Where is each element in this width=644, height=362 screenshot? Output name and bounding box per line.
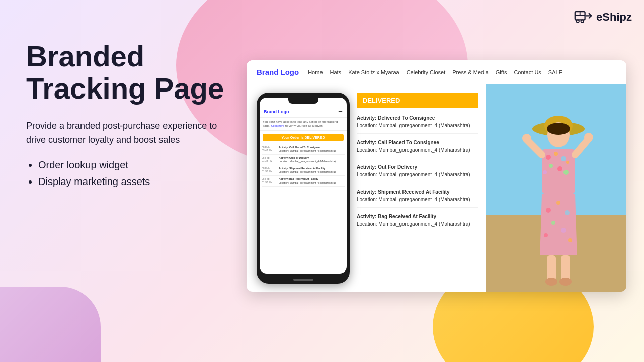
model-image (486, 84, 626, 292)
eshipz-logo: eShipz (574, 8, 632, 26)
model-figure-svg (486, 84, 626, 292)
svg-point-26 (565, 210, 570, 215)
phone-delivered-badge: Your Order is DELIVERED (263, 134, 344, 141)
preview-navbar-logo: Brand Logo (257, 68, 299, 77)
phone-notch (288, 98, 318, 104)
preview-content: Brand Logo ☰ You don't have access to ta… (247, 84, 626, 292)
nav-home[interactable]: Home (308, 69, 323, 75)
bullet-item-2: Display marketing assets (38, 176, 237, 188)
bg-shape-purple (0, 287, 101, 362)
svg-point-16 (557, 166, 562, 171)
tracking-activity-item: Activity: Bag Received At Facility Locat… (357, 213, 478, 232)
nav-kate[interactable]: Kate Stoltz x Myaraa (348, 69, 399, 75)
phone-mockup: Brand Logo ☰ You don't have access to ta… (257, 93, 350, 284)
svg-point-10 (547, 123, 570, 135)
phone-menu-icon: ☰ (338, 109, 343, 114)
svg-rect-32 (561, 255, 570, 281)
sub-description: Provide a branded post-purchase experien… (26, 119, 237, 148)
phone-track-row: 08 Feb03:47 PM Activity: Call Placed To … (262, 144, 345, 155)
preview-nav-links: Home Hats Kate Stoltz x Myaraa Celebrity… (308, 69, 562, 75)
phone-screen: Brand Logo ☰ You don't have access to ta… (260, 98, 347, 274)
tracking-activity-item: Activity: Call Placed To Consignee Locat… (357, 139, 478, 158)
phone-track-row: 08 Feb01:38 PM Activity: Out For Deliver… (262, 155, 345, 165)
eshipz-logo-text: eShipz (596, 11, 632, 24)
svg-point-12 (546, 155, 551, 160)
bullet-item-1: Order lookup widget (38, 159, 237, 171)
svg-point-15 (549, 164, 553, 168)
svg-point-34 (559, 278, 572, 286)
phone-navbar-logo: Brand Logo (264, 109, 289, 114)
svg-point-24 (546, 208, 551, 213)
svg-point-23 (584, 133, 593, 142)
svg-point-29 (544, 233, 548, 237)
svg-point-22 (522, 134, 531, 143)
svg-point-3 (577, 20, 579, 22)
phone-notice-link[interactable]: Click here (271, 124, 285, 127)
main-heading: Branded Tracking Page (26, 40, 237, 105)
svg-point-25 (556, 201, 560, 205)
phone-notice: You don't have access to take any action… (260, 118, 347, 131)
phone-tracking-list: 08 Feb03:47 PM Activity: Call Placed To … (260, 144, 347, 274)
nav-contact[interactable]: Contact Us (514, 69, 541, 75)
tracking-activity-item: Activity: Delivered To Consignee Locatio… (357, 114, 478, 134)
tracking-delivered-banner: DELIVERED (357, 93, 478, 108)
nav-celebrity[interactable]: Celebrity Closet (407, 69, 446, 75)
svg-point-33 (545, 278, 557, 286)
left-content: Branded Tracking Page Provide a branded … (26, 40, 237, 193)
phone-home-indicator (293, 279, 313, 281)
svg-point-13 (554, 152, 558, 156)
svg-point-19 (564, 170, 569, 175)
tracking-activity-list: Activity: Delivered To Consignee Locatio… (357, 114, 478, 232)
svg-point-4 (581, 20, 584, 22)
phone-navbar: Brand Logo ☰ (260, 106, 347, 118)
eshipz-logo-icon (574, 8, 592, 26)
svg-point-28 (561, 228, 566, 233)
svg-point-27 (551, 221, 555, 225)
svg-point-18 (543, 170, 547, 174)
svg-point-30 (568, 238, 572, 242)
nav-hats[interactable]: Hats (330, 69, 342, 75)
nav-sale[interactable]: SALE (548, 69, 562, 75)
tracking-activity-item: Activity: Shipment Received At Facility … (357, 188, 478, 208)
preview-navbar: Brand Logo Home Hats Kate Stoltz x Myara… (247, 60, 626, 84)
tracking-activity-item: Activity: Out For Delivery Location: Mum… (357, 163, 478, 183)
nav-press[interactable]: Press & Media (452, 69, 489, 75)
nav-gifts[interactable]: Gifts (496, 69, 507, 75)
tracking-panel: DELIVERED Activity: Delivered To Consign… (350, 84, 486, 292)
svg-point-14 (561, 156, 566, 161)
svg-point-17 (566, 161, 569, 164)
phone-track-row: 08 Feb01:33 PM Activity: Bag Received At… (262, 176, 345, 187)
feature-list: Order lookup widget Display marketing as… (26, 159, 237, 188)
phone-track-row: 08 Feb01:33 PM Activity: Shipment Receiv… (262, 165, 345, 176)
svg-rect-31 (547, 255, 556, 281)
preview-card: Brand Logo Home Hats Kate Stoltz x Myara… (247, 60, 626, 292)
